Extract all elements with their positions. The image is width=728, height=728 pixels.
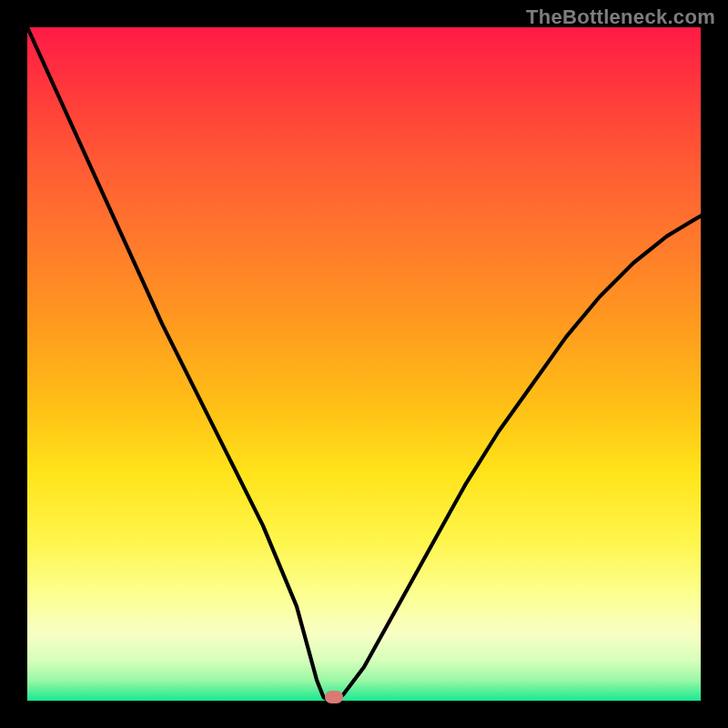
watermark-text: TheBottleneck.com	[526, 5, 715, 29]
curve-svg	[27, 27, 701, 701]
plot-area	[27, 27, 701, 701]
bottleneck-curve-path	[27, 27, 701, 701]
optimal-point-marker	[325, 691, 343, 703]
chart-frame: TheBottleneck.com	[0, 0, 728, 728]
